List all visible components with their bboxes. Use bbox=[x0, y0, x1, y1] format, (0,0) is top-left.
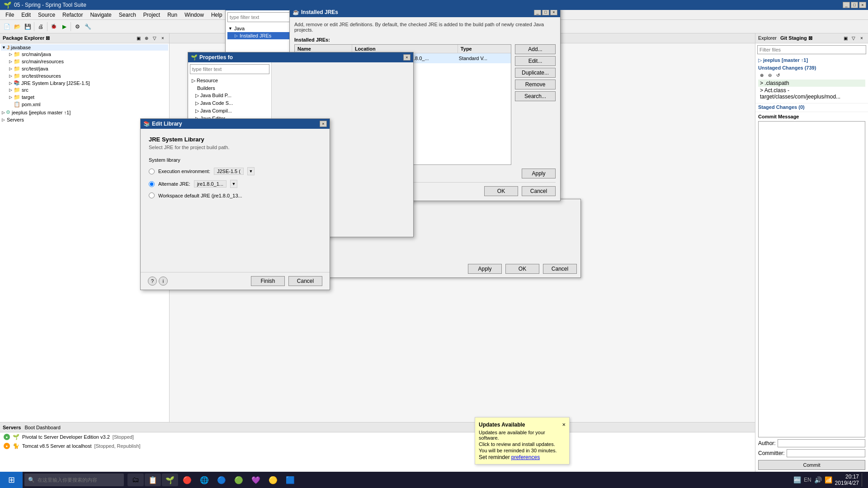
git-item-classpath[interactable]: > .classpath bbox=[758, 80, 865, 87]
new-btn[interactable]: 📄 bbox=[2, 22, 12, 32]
menu-run[interactable]: Run bbox=[164, 11, 181, 19]
menu-edit[interactable]: Edit bbox=[18, 11, 34, 19]
pe-expand-btn[interactable]: ⊕ bbox=[143, 35, 150, 42]
tree-item-pom[interactable]: 📋 pom.xml bbox=[1, 101, 168, 108]
jres-duplicate-btn[interactable]: Duplicate... bbox=[515, 68, 556, 78]
taskbar-app-7[interactable]: 🟢 bbox=[231, 474, 247, 486]
git-item-actclass[interactable]: > Act.class - target/classes/com/jeeplus… bbox=[758, 87, 865, 100]
close-btn[interactable]: × bbox=[859, 2, 866, 8]
pe-collapse-btn[interactable]: ▣ bbox=[135, 35, 142, 42]
taskbar-app-10[interactable]: 🟦 bbox=[282, 474, 298, 486]
taskbar-app-1[interactable]: 🗂 bbox=[127, 474, 144, 486]
edit-help2-btn[interactable]: i bbox=[159, 277, 168, 286]
git-unstage-btn[interactable]: ⊖ bbox=[766, 71, 774, 79]
updates-close-btn[interactable]: × bbox=[562, 421, 566, 428]
taskbar-app-6[interactable]: 🔵 bbox=[213, 474, 230, 486]
server-item-tomcat[interactable]: ● 🐈 Tomcat v8.5 Server at localhost [Sto… bbox=[0, 441, 868, 450]
git-refresh-btn[interactable]: ↺ bbox=[774, 71, 782, 79]
project-explorer-tab[interactable]: Explorer bbox=[758, 35, 777, 41]
edit-cancel-btn[interactable]: Cancel bbox=[288, 276, 322, 286]
props-tree-resource[interactable]: ▷ Resource bbox=[190, 77, 269, 84]
server-item-tc[interactable]: ● 🌱 Pivotal tc Server Developer Edition … bbox=[0, 432, 868, 441]
tree-item-target[interactable]: ▷ 📁 target bbox=[1, 94, 168, 101]
props-filter[interactable] bbox=[190, 64, 269, 74]
git-commit-input[interactable] bbox=[758, 121, 865, 437]
taskbar-search-input[interactable] bbox=[38, 477, 119, 483]
boot-dashboard-tab[interactable]: Boot Dashboard bbox=[24, 425, 61, 430]
menu-search[interactable]: Search bbox=[115, 11, 140, 19]
tree-item-src-test-java[interactable]: ▷ 📁 src/test/java bbox=[1, 65, 168, 72]
radio-alternate[interactable] bbox=[149, 181, 155, 187]
tree-item-jeeplus[interactable]: ▷ ⚙ jeeplus [jeeplus master ↑1] bbox=[1, 109, 168, 116]
git-close-btn[interactable]: × bbox=[858, 35, 865, 42]
git-commit-btn[interactable]: Commit bbox=[758, 460, 865, 470]
show-desktop-btn[interactable] bbox=[862, 473, 864, 487]
start-btn[interactable]: ⊞ bbox=[0, 472, 23, 488]
toolbar-btn-7[interactable]: 🔧 bbox=[83, 22, 93, 32]
pe-close-btn[interactable]: × bbox=[159, 35, 166, 42]
jres-maximize-btn[interactable]: □ bbox=[542, 9, 549, 15]
edit-help-btn[interactable]: ? bbox=[148, 277, 157, 286]
debug-btn[interactable]: 🐞 bbox=[49, 22, 59, 32]
alternate-dropdown-btn[interactable]: ▼ bbox=[230, 180, 237, 188]
menu-project[interactable]: Project bbox=[140, 11, 164, 19]
props-close-btn[interactable]: × bbox=[403, 54, 410, 61]
radio-execution[interactable] bbox=[149, 169, 155, 174]
menu-window[interactable]: Window bbox=[181, 11, 208, 19]
jres-add-btn[interactable]: Add... bbox=[515, 44, 556, 54]
menu-refactor[interactable]: Refactor bbox=[59, 11, 86, 19]
print-btn[interactable]: 🖨 bbox=[36, 22, 46, 32]
edit-finish-btn[interactable]: Finish bbox=[251, 276, 285, 286]
git-author-input[interactable] bbox=[778, 439, 865, 447]
updates-preferences-link[interactable]: preferences bbox=[511, 454, 540, 460]
build-ok-btn[interactable]: OK bbox=[505, 264, 539, 274]
taskbar-app-9[interactable]: 🟡 bbox=[265, 474, 281, 486]
jres-ok-btn[interactable]: OK bbox=[484, 186, 518, 196]
taskbar-app-4[interactable]: 🔴 bbox=[179, 474, 195, 486]
save-btn[interactable]: 💾 bbox=[23, 22, 33, 32]
jres-cancel-btn[interactable]: Cancel bbox=[522, 186, 556, 196]
jres-edit-btn[interactable]: Edit... bbox=[515, 56, 556, 66]
tree-item-src-main-resources[interactable]: ▷ 📁 src/main/resources bbox=[1, 58, 168, 65]
tree-item-src-main-java[interactable]: ▷ 📁 src/main/java bbox=[1, 51, 168, 58]
build-cancel-btn[interactable]: Cancel bbox=[543, 264, 577, 274]
menu-navigate[interactable]: Navigate bbox=[86, 11, 115, 19]
build-apply-btn[interactable]: Apply bbox=[468, 264, 502, 274]
tree-item-src-test-resources[interactable]: ▷ 📁 src/test/resources bbox=[1, 72, 168, 80]
jres-remove-btn[interactable]: Remove bbox=[515, 80, 556, 89]
taskbar-app-2[interactable]: 📋 bbox=[145, 474, 161, 486]
jres-apply-btn[interactable]: Apply bbox=[522, 169, 556, 178]
jres-search-btn[interactable]: Search... bbox=[515, 91, 556, 101]
toolbar-btn-6[interactable]: ⚙ bbox=[72, 22, 82, 32]
tree-item-jre-lib[interactable]: ▷ 📚 JRE System Library [J2SE-1.5] bbox=[1, 80, 168, 86]
props-tree-build-path[interactable]: ▷ Java Build P... bbox=[190, 92, 269, 99]
taskbar-app-3[interactable]: 🌱 bbox=[162, 474, 178, 486]
pe-menu-btn[interactable]: ▽ bbox=[151, 35, 158, 42]
props-tree-code-style[interactable]: ▷ Java Code S... bbox=[190, 99, 269, 107]
minimize-btn[interactable]: _ bbox=[843, 2, 850, 8]
servers-tab[interactable]: Servers bbox=[3, 425, 21, 430]
git-committer-input[interactable] bbox=[787, 449, 865, 457]
props-tree-builders[interactable]: Builders bbox=[190, 84, 269, 92]
execution-dropdown-btn[interactable]: ▼ bbox=[247, 167, 255, 175]
menu-file[interactable]: File bbox=[2, 11, 18, 19]
run-btn[interactable]: ▶ bbox=[59, 22, 69, 32]
taskbar-app-5[interactable]: 🌐 bbox=[196, 474, 212, 486]
git-filter-input[interactable] bbox=[757, 45, 866, 54]
taskbar-app-8[interactable]: 💜 bbox=[248, 474, 264, 486]
git-staging-tab[interactable]: Git Staging ⊠ bbox=[780, 35, 812, 41]
menu-source[interactable]: Source bbox=[34, 11, 59, 19]
tree-item-src[interactable]: ▷ 📁 src bbox=[1, 86, 168, 94]
jres-minimize-btn[interactable]: _ bbox=[534, 9, 541, 15]
maximize-btn[interactable]: □ bbox=[851, 2, 858, 8]
open-btn[interactable]: 📂 bbox=[12, 22, 22, 32]
menu-help[interactable]: Help bbox=[208, 11, 226, 19]
jres-close-btn[interactable]: × bbox=[550, 9, 557, 15]
git-menu-btn[interactable]: ▽ bbox=[850, 35, 857, 42]
props-tree-compiler[interactable]: ▷ Java Compil... bbox=[190, 107, 269, 115]
tree-item-javabase[interactable]: ▼ J javabase bbox=[1, 44, 168, 51]
git-stage-all-btn[interactable]: ⊕ bbox=[758, 71, 765, 79]
git-collapse-btn[interactable]: ▣ bbox=[842, 35, 849, 42]
radio-workspace[interactable] bbox=[149, 192, 155, 198]
edit-close-btn[interactable]: × bbox=[320, 121, 327, 127]
